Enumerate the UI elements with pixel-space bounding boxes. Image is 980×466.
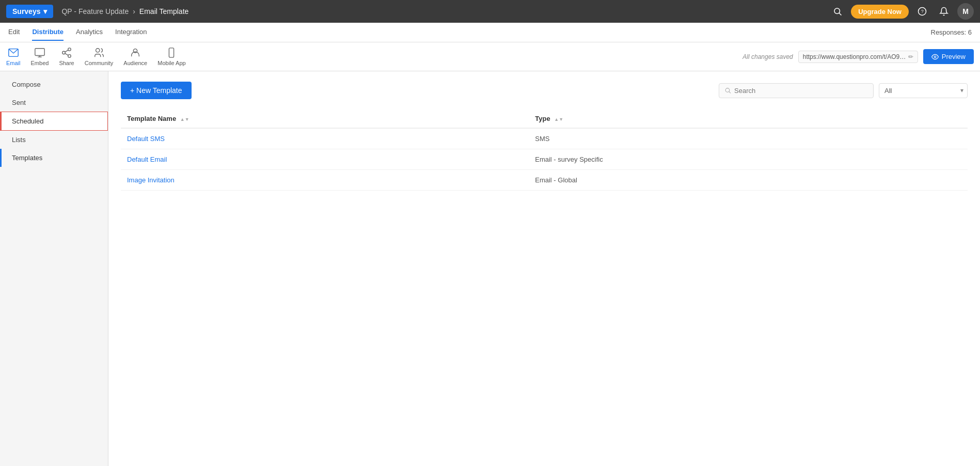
breadcrumb: QP - Feature Update › Email Template [61,7,188,15]
saved-text: All changes saved [742,53,793,60]
toolbar-audience[interactable]: Audience [123,47,147,66]
avatar-button[interactable]: M [957,3,974,20]
svg-line-18 [729,91,731,93]
svg-point-7 [68,48,71,51]
nav-distribute[interactable]: Distribute [32,24,64,41]
svg-point-9 [68,55,71,58]
surveys-label: Surveys [12,7,40,15]
search-input[interactable] [734,87,868,95]
eye-icon [931,53,939,60]
svg-text:?: ? [921,9,924,14]
filter-wrapper: All SMS Email - survey Specific Email - … [879,83,968,98]
table-row: Image Invitation Email - Global [121,170,968,191]
template-name-3[interactable]: Image Invitation [121,170,529,191]
sidebar: Compose Sent Scheduled Lists Templates [0,71,108,466]
search-box [719,83,874,98]
table-row: Default Email Email - survey Specific [121,149,968,170]
search-icon-btn[interactable] [829,3,846,20]
svg-point-17 [725,88,730,92]
embed-icon [34,47,45,58]
col-type: Type ▲▼ [529,110,968,128]
toolbar-email[interactable]: Email [6,47,21,66]
top-bar-left: Surveys ▾ QP - Feature Update › Email Te… [6,5,188,18]
svg-rect-5 [35,49,44,56]
toolbar-share[interactable]: Share [59,47,74,66]
search-icon [833,7,842,16]
toolbar-community[interactable]: Community [85,47,114,66]
new-template-button[interactable]: + New Template [121,82,192,99]
template-name-1[interactable]: Default SMS [121,128,529,149]
svg-point-0 [834,8,840,14]
content-area: + New Template All SMS Email - survey Sp… [108,71,980,466]
template-type-1: SMS [529,128,968,149]
template-type-2: Email - survey Specific [529,149,968,170]
nav-edit[interactable]: Edit [8,24,20,41]
table-row: Default SMS SMS [121,128,968,149]
audience-icon [130,47,141,58]
sidebar-item-sent[interactable]: Sent [0,94,108,112]
breadcrumb-sep: › [133,7,135,15]
sort-icons-type: ▲▼ [554,117,563,122]
svg-point-16 [934,56,936,58]
sidebar-item-templates[interactable]: Templates [0,149,108,167]
mobile-app-icon [166,47,177,58]
toolbar-mobile-app[interactable]: Mobile App [157,47,185,66]
bell-icon [939,7,949,16]
upgrade-button[interactable]: Upgrade Now [851,5,909,19]
help-icon-btn[interactable]: ? [914,3,930,20]
svg-point-8 [62,51,66,54]
content-header: + New Template All SMS Email - survey Sp… [121,82,968,99]
svg-point-12 [96,49,99,52]
second-nav: Edit Distribute Analytics Integration Re… [0,23,980,42]
top-bar: Surveys ▾ QP - Feature Update › Email Te… [0,0,980,23]
table-header-row: Template Name ▲▼ Type ▲▼ [121,110,968,128]
top-bar-right: Upgrade Now ? M [829,3,974,20]
sidebar-item-lists[interactable]: Lists [0,131,108,149]
toolbar: Email Embed Share Community Audience Mob… [0,42,980,71]
sidebar-item-scheduled[interactable]: Scheduled [0,112,108,131]
nav-analytics[interactable]: Analytics [76,24,103,41]
search-icon [724,87,731,94]
preview-button[interactable]: Preview [923,49,974,64]
svg-line-1 [839,13,842,15]
nav-integration[interactable]: Integration [115,24,147,41]
toolbar-embed[interactable]: Embed [31,47,49,66]
svg-rect-14 [169,48,174,57]
toolbar-right: All changes saved https://www.questionpr… [742,49,974,64]
main-layout: Compose Sent Scheduled Lists Templates +… [0,71,980,466]
responses-count: Responses: 6 [931,28,972,36]
community-icon [93,47,105,58]
svg-line-10 [65,53,68,55]
sidebar-item-compose[interactable]: Compose [0,75,108,94]
template-type-3: Email - Global [529,170,968,191]
svg-line-11 [65,50,68,52]
help-icon: ? [918,7,927,16]
share-icon [61,47,72,58]
url-field: https://www.questionpro.com/t/AO9oX2 ✏ [798,51,918,63]
notifications-icon-btn[interactable] [936,3,952,20]
filter-select[interactable]: All SMS Email - survey Specific Email - … [879,83,968,98]
url-edit-button[interactable]: ✏ [908,53,913,60]
sort-icons-name: ▲▼ [180,117,189,122]
breadcrumb-project[interactable]: QP - Feature Update [61,7,129,15]
surveys-button[interactable]: Surveys ▾ [6,5,53,18]
template-name-2[interactable]: Default Email [121,149,529,170]
url-value: https://www.questionpro.com/t/AO9oX2 [803,53,906,60]
templates-table: Template Name ▲▼ Type ▲▼ Default SMS SMS… [121,110,968,191]
email-icon [8,47,19,58]
breadcrumb-current: Email Template [139,7,188,15]
col-template-name: Template Name ▲▼ [121,110,529,128]
surveys-caret: ▾ [43,7,47,15]
search-filter: All SMS Email - survey Specific Email - … [719,83,968,98]
toolbar-icons: Email Embed Share Community Audience Mob… [6,47,734,66]
